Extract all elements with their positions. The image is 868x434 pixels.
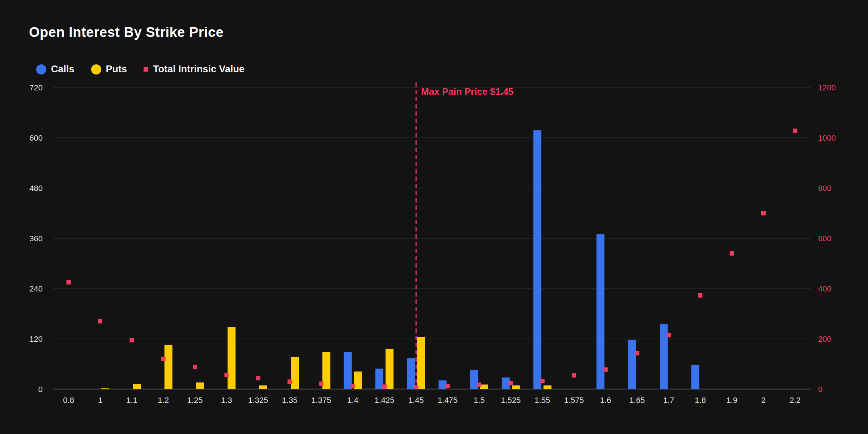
x-axis-tick-label: 1.6 <box>600 396 611 405</box>
x-axis-tick-label: 1.25 <box>187 396 203 405</box>
calls-bar[interactable] <box>375 369 383 389</box>
left-axis-tick-label: 240 <box>29 284 43 293</box>
intrinsic-point[interactable] <box>319 382 323 386</box>
puts-bar[interactable] <box>165 345 173 389</box>
x-axis-tick-label: 1.45 <box>408 396 424 405</box>
x-axis-tick-label: 1.375 <box>311 396 331 405</box>
intrinsic-point[interactable] <box>698 293 702 298</box>
x-axis-tick-label: 1.575 <box>564 396 584 405</box>
intrinsic-point[interactable] <box>382 384 387 389</box>
intrinsic-point[interactable] <box>161 357 166 361</box>
x-axis-tick-label: 1.8 <box>695 396 706 405</box>
left-axis-tick-label: 600 <box>29 133 43 142</box>
x-axis-tick-label: 1.2 <box>158 396 169 405</box>
intrinsic-point[interactable] <box>603 367 608 372</box>
right-axis-tick-label: 200 <box>818 335 831 344</box>
intrinsic-point[interactable] <box>540 379 545 383</box>
puts-bar[interactable] <box>291 357 299 389</box>
calls-bar[interactable] <box>660 324 668 389</box>
puts-bar[interactable] <box>196 382 204 389</box>
intrinsic-point[interactable] <box>793 129 797 133</box>
x-axis-tick-label: 1.425 <box>374 396 394 405</box>
x-axis-tick-label: 1.475 <box>438 396 458 405</box>
puts-bar[interactable] <box>227 327 235 389</box>
puts-bar[interactable] <box>354 371 362 389</box>
max-pain-label: Max Pain Price $1.45 <box>421 86 514 97</box>
calls-bar[interactable] <box>407 358 415 389</box>
right-axis-tick-label: 800 <box>818 184 831 193</box>
intrinsic-point[interactable] <box>761 211 766 216</box>
puts-bar[interactable] <box>544 386 552 389</box>
puts-bar[interactable] <box>322 352 330 389</box>
intrinsic-point[interactable] <box>635 351 639 356</box>
intrinsic-point[interactable] <box>193 365 197 369</box>
puts-bar[interactable] <box>259 386 267 389</box>
puts-bar[interactable] <box>480 384 488 389</box>
calls-bar[interactable] <box>628 340 636 389</box>
intrinsic-point[interactable] <box>572 373 576 378</box>
x-axis-tick-label: 2.2 <box>790 396 801 405</box>
puts-bar[interactable] <box>101 388 109 389</box>
intrinsic-point[interactable] <box>129 338 134 342</box>
calls-bar[interactable] <box>596 234 604 389</box>
intrinsic-point[interactable] <box>730 251 734 256</box>
x-axis-tick-label: 1.1 <box>126 396 137 405</box>
x-axis-tick-label: 1.4 <box>347 396 358 405</box>
left-axis-tick-label: 360 <box>29 234 43 243</box>
intrinsic-point[interactable] <box>477 382 481 387</box>
intrinsic-point[interactable] <box>98 319 102 323</box>
right-axis-tick-label: 1000 <box>818 133 836 142</box>
calls-bar[interactable] <box>533 130 541 389</box>
x-axis-tick-label: 1.525 <box>501 396 521 405</box>
intrinsic-point[interactable] <box>667 333 671 337</box>
x-axis-tick-label: 1.3 <box>221 396 232 405</box>
x-axis-tick-label: 2 <box>761 396 766 405</box>
intrinsic-point[interactable] <box>414 385 418 389</box>
calls-bar[interactable] <box>439 380 447 389</box>
right-axis-tick-label: 400 <box>818 284 831 293</box>
puts-bar[interactable] <box>133 384 141 389</box>
intrinsic-point[interactable] <box>224 373 229 377</box>
puts-bar[interactable] <box>386 349 393 389</box>
puts-bar[interactable] <box>512 386 520 389</box>
calls-bar[interactable] <box>344 352 352 389</box>
left-axis-tick-label: 720 <box>29 83 43 92</box>
calls-bar[interactable] <box>470 370 478 389</box>
right-axis-tick-label: 600 <box>818 234 831 243</box>
left-axis-tick-label: 0 <box>38 385 43 394</box>
x-axis-tick-label: 1.325 <box>248 396 268 405</box>
intrinsic-point[interactable] <box>509 381 513 385</box>
x-axis-tick-label: 1.55 <box>535 396 550 405</box>
right-axis-tick-label: 1200 <box>818 83 836 92</box>
left-axis-tick-label: 120 <box>29 335 43 344</box>
intrinsic-point[interactable] <box>351 384 355 388</box>
intrinsic-point[interactable] <box>67 280 71 285</box>
puts-bar[interactable] <box>417 337 425 389</box>
calls-bar[interactable] <box>691 365 699 389</box>
left-axis-tick-label: 480 <box>29 184 43 193</box>
intrinsic-point[interactable] <box>446 384 450 388</box>
x-axis-tick-label: 1.5 <box>474 396 485 405</box>
x-axis-tick-label: 1.65 <box>629 396 645 405</box>
plot-area: 0012020024040036060048080060010007201200… <box>0 0 868 434</box>
intrinsic-point[interactable] <box>256 376 260 380</box>
intrinsic-point[interactable] <box>288 379 292 384</box>
x-axis-tick-label: 1 <box>98 396 102 405</box>
open-interest-chart: Open Interest By Strike Price Calls Puts… <box>0 0 868 434</box>
right-axis-tick-label: 0 <box>818 385 822 394</box>
calls-bar[interactable] <box>502 378 510 389</box>
x-axis-tick-label: 0.8 <box>63 396 74 405</box>
x-axis-tick-label: 1.35 <box>282 396 298 405</box>
x-axis-tick-label: 1.9 <box>726 396 737 405</box>
x-axis-tick-label: 1.7 <box>663 396 675 405</box>
